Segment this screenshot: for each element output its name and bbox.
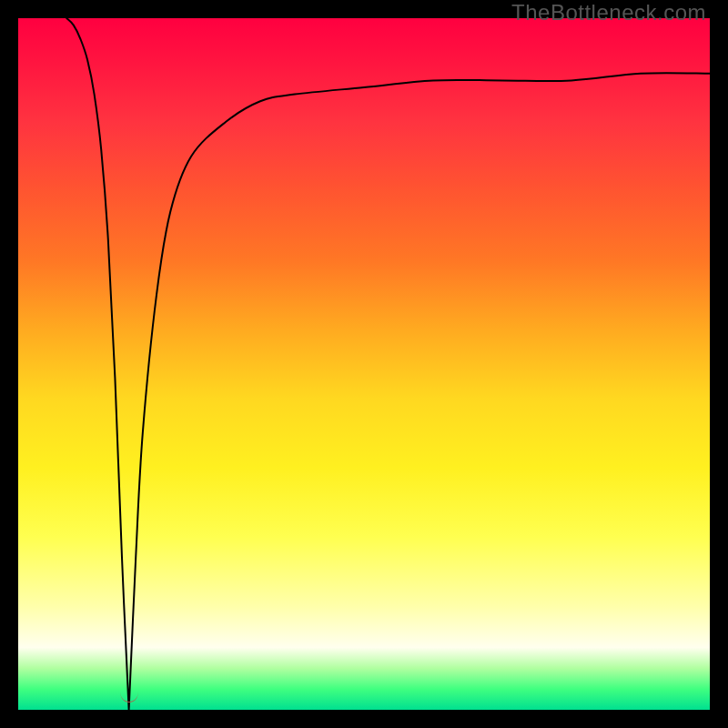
bottleneck-curve [18, 18, 710, 710]
plot-area [18, 18, 710, 710]
watermark-label: TheBottleneck.com [511, 0, 706, 25]
